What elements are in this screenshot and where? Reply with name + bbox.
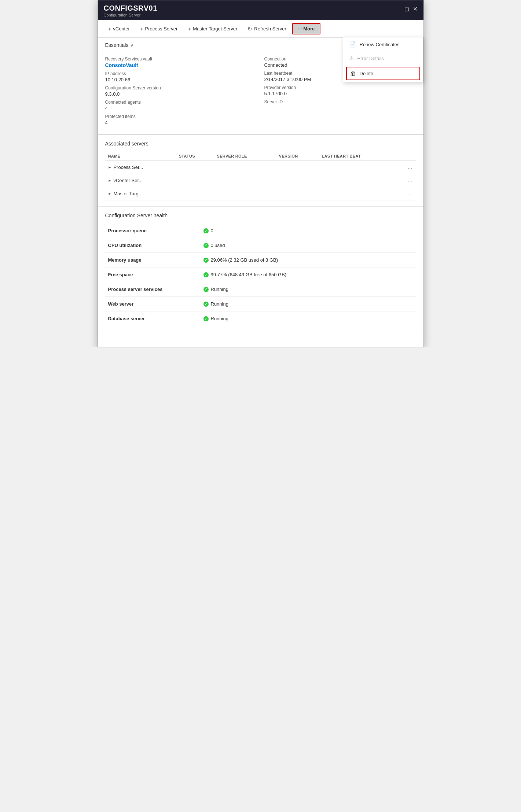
associated-servers-title: Associated servers [105, 141, 416, 147]
health-webserver-value: Running [203, 301, 413, 307]
field-protected-label: Protected items [105, 114, 257, 119]
server-name-cell: ► Process Ser... [105, 161, 176, 174]
close-icon[interactable]: ✕ [413, 5, 418, 12]
field-cs-version-label: Configuration Server version [105, 85, 257, 91]
table-row: ► Process Ser... … [105, 161, 416, 174]
list-item: Web server Running [105, 297, 416, 311]
status-green-icon-6 [203, 302, 209, 307]
field-server-id: Server ID [264, 99, 416, 104]
essentials-left: Recovery Services vault ConsotoVault IP … [105, 56, 257, 128]
plus-icon-2: + [140, 26, 143, 32]
server-name-vcenter: ► vCenter Ser... [108, 178, 173, 183]
health-process-services-label: Process server services [105, 282, 201, 297]
delete-item[interactable]: 🗑 Delete [346, 67, 420, 80]
health-process-services-value: Running [203, 287, 413, 292]
servers-table-header-row: NAME STATUS SERVER ROLE VERSION LAST HEA… [105, 152, 416, 161]
server-name-label: Process Ser... [113, 165, 143, 170]
add-vcenter-label: vCenter [113, 26, 130, 32]
server-more-cell[interactable]: … [396, 161, 416, 174]
title-bar: CONFIGSRV01 Configuration Server ◻ ✕ [98, 0, 423, 20]
plus-icon: + [108, 26, 111, 32]
col-status: STATUS [176, 152, 214, 161]
webserver-value-text: Running [211, 301, 228, 307]
server-status-cell [176, 187, 214, 200]
server-heartbeat-cell [319, 161, 396, 174]
health-dbserver-value: Running [203, 316, 413, 321]
expand-arrow-icon-3[interactable]: ► [108, 192, 112, 196]
process-services-text: Running [211, 287, 228, 292]
certificate-icon: 📄 [349, 41, 356, 48]
col-version: VERSION [276, 152, 319, 161]
server-name-master: ► Master Targ... [108, 191, 173, 196]
server-version-cell [276, 187, 319, 200]
table-row: ► vCenter Ser... … [105, 174, 416, 187]
add-process-server-label: Process Server [145, 26, 178, 32]
list-item: CPU utilization 0 used [105, 238, 416, 253]
health-webserver-label: Web server [105, 297, 201, 311]
add-master-target-button[interactable]: + Master Target Server [183, 23, 242, 34]
plus-icon-3: + [188, 26, 191, 32]
refresh-icon: ↻ [247, 26, 252, 32]
server-heartbeat-cell [319, 174, 396, 187]
bottom-spacer [98, 332, 423, 347]
server-version-cell [276, 161, 319, 174]
field-ip-label: IP address [105, 71, 257, 76]
refresh-server-button[interactable]: ↻ Refresh Server [243, 23, 290, 34]
server-name-cell: ► vCenter Ser... [105, 174, 176, 187]
col-name: NAME [105, 152, 176, 161]
list-item: Database server Running [105, 311, 416, 326]
field-protected-value: 4 [105, 120, 257, 125]
field-agents-value: 4 [105, 106, 257, 111]
server-role-cell [214, 174, 276, 187]
more-label: ··· More [298, 26, 315, 32]
status-green-icon-2 [203, 243, 209, 248]
expand-arrow-icon-2[interactable]: ► [108, 178, 112, 182]
health-section-title: Configuration Server health [105, 213, 416, 218]
add-vcenter-button[interactable]: + vCenter [104, 23, 134, 34]
health-processor-value-cell: 0 [201, 224, 416, 238]
more-button[interactable]: ··· More [292, 23, 321, 34]
error-details-item[interactable]: ⚠ Error Details [343, 51, 423, 65]
status-green-icon-7 [203, 316, 209, 321]
server-role-cell [214, 187, 276, 200]
freespace-value-text: 99.77% (648.49 GB free of 650 GB) [211, 272, 287, 277]
field-connected-agents: Connected agents 4 [105, 100, 257, 111]
health-table-body: Processor queue 0 CPU utilization [105, 224, 416, 326]
servers-table: NAME STATUS SERVER ROLE VERSION LAST HEA… [105, 152, 416, 200]
memory-value-text: 29.06% (2.32 GB used of 8 GB) [211, 257, 278, 263]
health-processor-value: 0 [203, 228, 413, 233]
health-freespace-value-cell: 99.77% (648.49 GB free of 650 GB) [201, 267, 416, 282]
list-item: Process server services Running [105, 282, 416, 297]
expand-arrow-icon[interactable]: ► [108, 165, 112, 169]
server-status-cell [176, 174, 214, 187]
server-more-cell[interactable]: … [396, 174, 416, 187]
field-cs-version: Configuration Server version 9.3.0.0 [105, 85, 257, 97]
restore-icon[interactable]: ◻ [404, 5, 409, 12]
table-row: ► Master Targ... … [105, 187, 416, 200]
health-table: Processor queue 0 CPU utilization [105, 224, 416, 326]
server-more-cell[interactable]: … [396, 187, 416, 200]
field-provider-value: 5.1.1700.0 [264, 91, 416, 96]
main-window: CONFIGSRV01 Configuration Server ◻ ✕ + v… [98, 0, 424, 347]
status-green-icon [203, 228, 209, 233]
server-status-cell [176, 161, 214, 174]
field-provider-version: Provider version 5.1.1700.0 [264, 85, 416, 96]
field-vault-value[interactable]: ConsotoVault [105, 62, 257, 68]
cpu-value-text: 0 used [211, 243, 225, 248]
health-dbserver-value-cell: Running [201, 311, 416, 326]
server-heartbeat-cell [319, 187, 396, 200]
renew-certificates-item[interactable]: 📄 Renew Certificates [343, 37, 423, 51]
health-cpu-value: 0 used [203, 243, 413, 248]
health-dbserver-label: Database server [105, 311, 201, 326]
col-actions [396, 152, 416, 161]
warning-icon: ⚠ [349, 55, 354, 62]
window-subtitle: Configuration Server [104, 13, 157, 17]
add-process-server-button[interactable]: + Process Server [136, 23, 182, 34]
essentials-chevron-icon[interactable]: ∧ [131, 43, 134, 48]
health-memory-value: 29.06% (2.32 GB used of 8 GB) [203, 257, 413, 263]
servers-table-body: ► Process Ser... … ► [105, 161, 416, 200]
servers-table-header: NAME STATUS SERVER ROLE VERSION LAST HEA… [105, 152, 416, 161]
health-section: Configuration Server health Processor qu… [98, 207, 423, 332]
field-ip: IP address 10.10.20.66 [105, 71, 257, 82]
field-cs-version-value: 9.3.0.0 [105, 91, 257, 97]
